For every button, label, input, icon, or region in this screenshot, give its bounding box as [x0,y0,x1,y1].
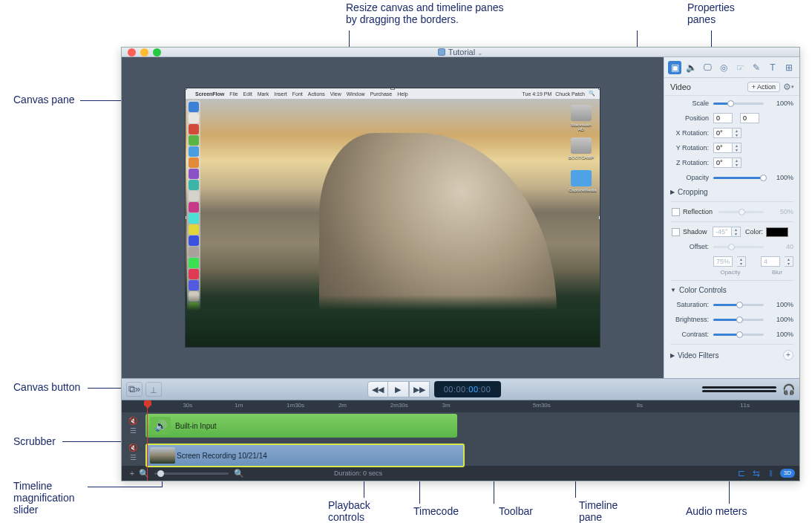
app-window: Tutorial⌄ ScreenFlow File Edit Mark Inse… [121,47,800,481]
callout-props: Properties panes [687,1,735,25]
link-icon[interactable]: ⇆ [750,468,762,478]
timeline-ruler[interactable]: 30s 1m 1m30s 2m 2m30s 3m 5m30s 8s 11s [122,400,799,412]
callout-audio-meters: Audio meters [686,505,747,517]
toolbar: ⧉» ⟂ ◀◀ ▶ ▶▶ 00:00:00:00 🎧 [122,378,799,400]
selection-handles[interactable] [185,88,600,348]
callout-resize: Resize canvas and timeline panes by drag… [346,1,503,25]
canvas-button-icon[interactable]: ⧉» [126,382,143,397]
add-action-button[interactable]: + Action [747,82,780,92]
media-tab-icon[interactable]: ⊞ [782,61,796,74]
mute-icon[interactable]: 🔇 [128,417,137,425]
callout-toolbar: Toolbar [499,505,533,517]
waveform-icon[interactable]: ⦀ [765,468,777,478]
clip-label: Screen Recording 10/21/14 [177,452,267,460]
headphones-icon[interactable]: 🎧 [782,383,795,395]
zoom-in-icon[interactable]: 🔍 [233,468,245,478]
callout-scrubber: Scrubber [13,435,56,447]
position-y-input[interactable] [740,113,759,123]
playback-controls: ◀◀ ▶ ▶▶ 00:00:00:00 [367,381,501,397]
main-area: ScreenFlow File Edit Mark Insert Font Ac… [122,57,799,378]
fastforward-button[interactable]: ▶▶ [409,381,430,397]
magnification-slider[interactable] [154,472,229,475]
crop-icon[interactable]: ⟂ [145,382,162,397]
brightness-slider[interactable] [713,319,764,321]
shadow-color-swatch[interactable] [766,227,788,237]
color-controls-disclosure[interactable]: ▼Color Controls [664,283,799,297]
lock-icon[interactable]: ☰ [130,453,137,461]
timeline-pane[interactable]: 30s 1m 1m30s 2m 2m30s 3m 5m30s 8s 11s 🔇☰… [122,400,799,481]
add-filter-button[interactable]: + [783,350,793,360]
properties-pane: ▣ 🔈 🖵 ◎ ☞ ✎ T ⊞ Video + Action ⚙▾ Scale … [664,57,799,378]
clip-thumbnail [150,447,175,464]
saturation-slider[interactable] [713,304,764,306]
callout-tab-icon[interactable]: ◎ [717,61,730,74]
stepper[interactable]: ▴▾ [733,128,741,138]
play-button[interactable]: ▶ [388,381,409,397]
callout-canvas-pane: Canvas pane [13,94,75,105]
zoom-out-icon[interactable]: 🔍 [138,468,150,478]
chevron-down-icon: ⌄ [477,49,483,56]
callout-mag: Timeline magnification slider [13,480,75,516]
stepper[interactable]: ▴▾ [733,143,741,153]
text-tab-icon[interactable]: T [766,61,779,74]
opacity-slider[interactable] [713,177,764,179]
timeline-footer: + 🔍 🔍 Duration: 0 secs ⊏ ⇆ ⦀ 3D [122,466,799,481]
speaker-icon: 🔊 [150,417,171,435]
stepper[interactable]: ▴▾ [733,157,741,168]
offset-slider [713,246,764,248]
position-x-input[interactable] [713,113,733,123]
callout-playback: Playback controls [328,499,370,523]
video-clip[interactable]: Screen Recording 10/21/14 [145,444,465,467]
video-filters-disclosure[interactable]: ▶Video Filters+ [664,347,799,363]
duration-label: Duration: 0 secs [334,470,382,477]
clip-label: Built-in Input [175,422,217,430]
mute-icon[interactable]: 🔇 [128,444,137,452]
reflection-slider [718,211,764,213]
shadow-opacity-input [713,256,733,267]
contrast-slider[interactable] [713,334,764,336]
x-rotation-input[interactable] [713,128,733,138]
cropping-disclosure[interactable]: ▶Cropping [664,185,799,199]
z-rotation-input[interactable] [713,157,733,168]
rewind-button[interactable]: ◀◀ [367,381,388,397]
properties-tabs[interactable]: ▣ 🔈 🖵 ◎ ☞ ✎ T ⊞ [664,57,799,78]
audio-clip[interactable]: 🔊 Built-in Input [145,414,457,438]
scrubber-line[interactable] [147,400,148,481]
shadow-checkbox[interactable] [672,228,680,236]
callout-canvas-button: Canvas button [13,381,80,393]
video-tab-icon[interactable]: ▣ [668,61,681,74]
timecode-display[interactable]: 00:00:00:00 [434,381,501,397]
add-track-button[interactable]: + [126,468,138,478]
document-icon [438,48,445,56]
window-title[interactable]: Tutorial⌄ [122,48,799,56]
gear-icon[interactable]: ⚙▾ [783,82,793,92]
touch-tab-icon[interactable]: ☞ [733,61,747,74]
audio-meters [702,386,776,392]
properties-title: Video [670,82,691,91]
shadow-angle-input [713,227,732,237]
canvas-clip[interactable]: ScreenFlow File Edit Mark Insert Font Ac… [185,88,600,348]
titlebar[interactable]: Tutorial⌄ [122,48,799,57]
screen-tab-icon[interactable]: 🖵 [701,61,714,74]
annotations-tab-icon[interactable]: ✎ [750,61,763,74]
y-rotation-input[interactable] [713,143,733,153]
reflection-checkbox[interactable] [672,208,680,216]
shadow-blur-input [761,256,780,267]
snap-icon[interactable]: ⊏ [736,468,747,478]
callout-timeline-pane: Timeline pane [579,499,618,523]
pill-badge[interactable]: 3D [780,469,795,478]
lock-icon[interactable]: ☰ [130,426,137,435]
audio-tab-icon[interactable]: 🔈 [684,61,698,74]
scale-slider[interactable] [713,103,764,105]
canvas-pane[interactable]: ScreenFlow File Edit Mark Insert Font Ac… [122,57,664,378]
callout-timecode: Timecode [413,505,459,517]
